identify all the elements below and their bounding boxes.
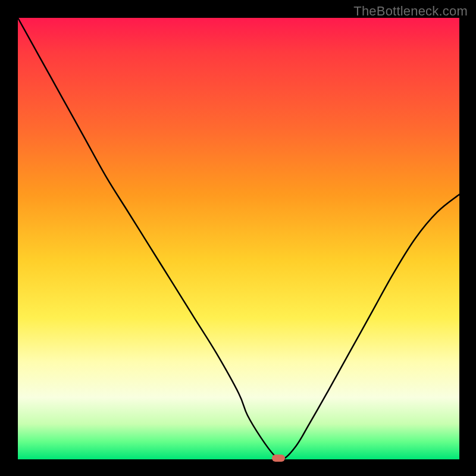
chart-frame: TheBottleneck.com	[0, 0, 476, 476]
optimal-marker	[272, 455, 285, 462]
plot-area	[18, 18, 459, 459]
curve-layer	[18, 18, 459, 459]
bottleneck-curve	[18, 18, 459, 460]
watermark-text: TheBottleneck.com	[353, 4, 468, 19]
